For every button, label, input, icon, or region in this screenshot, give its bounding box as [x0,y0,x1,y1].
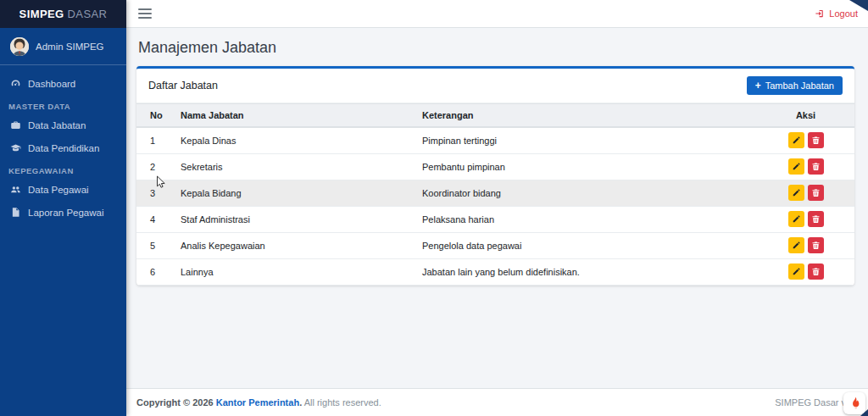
cell-nama: Kepala Dinas [172,127,414,153]
delete-button[interactable] [808,211,824,227]
main-area: Logout Manajemen Jabatan Daftar Jabatan … [126,0,868,416]
sidebar-item-label: Data Jabatan [28,120,86,130]
cell-nama: Staf Administrasi [172,206,414,232]
table-row-hovered: 3 Kepala Bidang Koordinator bidang [136,180,854,206]
trash-icon [811,188,821,197]
pencil-icon [792,267,801,276]
company-link[interactable]: Kantor Pemerintah [216,397,299,408]
cell-no: 3 [136,180,172,206]
edit-button[interactable] [788,158,804,175]
user-name: Admin SIMPEG [36,42,104,52]
sidebar-item-data-pegawai[interactable]: Data Pegawai [0,178,126,201]
cell-nama: Sekretaris [172,153,414,180]
card-title: Daftar Jabatan [148,80,218,92]
pencil-icon [792,136,801,145]
cell-keterangan: Pengelola data pegawai [414,232,757,258]
cell-no: 2 [136,153,172,180]
sidebar-item-label: Data Pendidikan [28,143,99,153]
cell-aksi [757,153,854,180]
cell-no: 4 [136,206,172,232]
file-pdf-icon [10,207,21,218]
pencil-icon [792,214,801,224]
tachometer-icon [10,78,21,89]
cell-aksi [757,127,854,153]
nav-section-kepegawaian: KEPEGAWAIAN [0,159,126,178]
column-header-keterangan: Keterangan [414,104,757,128]
brand-secondary: DASAR [68,8,108,20]
copyright-period: . [299,397,302,408]
edit-button[interactable] [788,132,804,148]
cell-keterangan: Koordinator bidang [414,180,757,206]
cell-no: 5 [136,232,172,258]
sidebar-item-data-jabatan[interactable]: Data Jabatan [0,114,126,136]
delete-button[interactable] [808,263,824,280]
copyright-text: Copyright © 2026 [136,397,214,408]
column-header-aksi: Aksi [757,104,854,128]
footer: Copyright © 2026 Kantor Pemerintah. All … [126,388,868,416]
brand-primary: SIMPEG [19,8,64,20]
table-row: 2 Sekretaris Pembantu pimpinan [136,153,854,180]
cell-aksi [757,180,854,206]
pencil-icon [792,162,801,171]
sidebar-item-label: Dashboard [28,79,75,89]
content-area: Manajemen Jabatan Daftar Jabatan + Tamba… [126,28,868,388]
cell-no: 6 [136,258,172,285]
graduation-cap-icon [10,142,21,153]
cell-keterangan: Jabatan lain yang belum didefinisikan. [414,258,757,285]
page-title: Manajemen Jabatan [138,39,854,57]
plus-icon: + [755,80,761,91]
user-panel[interactable]: Admin SIMPEG [0,28,126,65]
delete-button[interactable] [808,237,824,253]
delete-button[interactable] [808,132,824,148]
daftar-jabatan-card: Daftar Jabatan + Tambah Jabatan No Nama … [136,66,854,286]
pencil-icon [792,188,801,197]
sign-out-icon [815,8,825,19]
table-row: 5 Analis Kepegawaian Pengelola data pega… [136,232,854,258]
cell-nama: Kepala Bidang [172,180,414,206]
cell-keterangan: Pimpinan tertinggi [414,127,757,153]
cell-aksi [757,206,854,232]
users-icon [10,184,21,195]
sidebar-nav: Dashboard MASTER DATA Data Jabatan Data … [0,65,126,224]
edit-button[interactable] [788,185,804,201]
cell-keterangan: Pembantu pimpinan [414,153,757,180]
trash-icon [811,214,821,224]
app-window: SIMPEG DASAR Admin SIMPEG Dashboard MAST… [0,0,868,416]
jabatan-table: No Nama Jabatan Keterangan Aksi 1 Kepala… [136,103,854,286]
corner-triangle-top [849,0,868,11]
table-row: 1 Kepala Dinas Pimpinan tertinggi [136,127,854,153]
trash-icon [811,241,821,250]
edit-button[interactable] [788,263,804,280]
sidebar-item-label: Data Pegawai [28,185,89,195]
card-header: Daftar Jabatan + Tambah Jabatan [136,69,854,103]
brand-logo[interactable]: SIMPEG DASAR [0,0,126,28]
rights-text: All rights reserved. [304,397,381,408]
table-row: 4 Staf Administrasi Pelaksana harian [136,206,854,232]
pencil-icon [792,241,801,250]
cell-aksi [757,258,854,285]
edit-button[interactable] [788,237,804,253]
cell-keterangan: Pelaksana harian [414,206,757,232]
column-header-no: No [136,104,172,128]
table-row: 6 Lainnya Jabatan lain yang belum didefi… [136,258,854,285]
sidebar-item-data-pendidikan[interactable]: Data Pendidikan [0,136,126,159]
briefcase-icon [10,119,21,130]
delete-button[interactable] [808,158,824,175]
cell-nama: Lainnya [172,258,414,285]
edit-button[interactable] [788,211,804,227]
trash-icon [811,267,821,276]
flame-icon [849,397,861,411]
user-avatar [10,37,29,56]
delete-button[interactable] [808,185,824,201]
cell-no: 1 [136,127,172,153]
sidebar-item-laporan-pegawai[interactable]: Laporan Pegawai [0,201,126,224]
trash-icon [811,162,821,171]
trash-icon [811,136,821,145]
sidebar-toggle-icon[interactable] [138,8,152,19]
sidebar: SIMPEG DASAR Admin SIMPEG Dashboard MAST… [0,0,126,416]
sidebar-item-dashboard[interactable]: Dashboard [0,72,126,95]
tambah-jabatan-button[interactable]: + Tambah Jabatan [747,76,843,95]
table-header-row: No Nama Jabatan Keterangan Aksi [136,104,854,128]
sidebar-item-label: Laporan Pegawai [28,208,104,218]
cell-aksi [757,232,854,258]
